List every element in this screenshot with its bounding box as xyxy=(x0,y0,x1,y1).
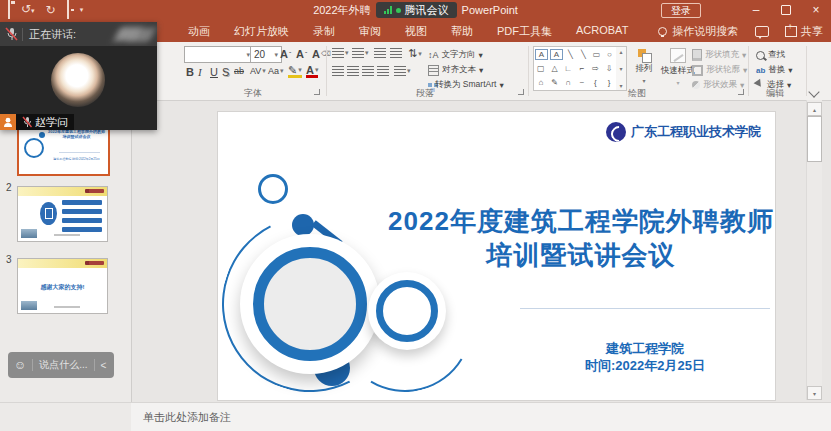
tab-acrobat[interactable]: ACROBAT xyxy=(564,24,640,39)
shape-arrow-down[interactable]: ⇩ xyxy=(604,63,615,74)
paragraph-dialog-launcher[interactable] xyxy=(518,89,524,95)
bullets-button[interactable]: ▾ xyxy=(332,48,349,58)
drawing-dialog-launcher[interactable] xyxy=(738,89,744,95)
chat-collapse-button[interactable]: < xyxy=(101,360,107,371)
tab-help[interactable]: 帮助 xyxy=(439,24,485,39)
arrange-label: 排列 xyxy=(636,63,653,75)
speaking-label: 正在讲话: xyxy=(29,27,76,42)
tab-animations[interactable]: 动画 xyxy=(176,24,222,39)
undo-icon[interactable]: ↺▾ xyxy=(21,3,35,17)
font-dialog-launcher[interactable] xyxy=(314,89,320,95)
font-size-combo[interactable]: 20▾ xyxy=(250,46,282,63)
change-case-button[interactable]: Aa▾ xyxy=(268,66,284,76)
login-button[interactable]: 登录 xyxy=(661,3,701,18)
meeting-video-window[interactable]: 正在讲话: 赵学问 xyxy=(0,22,157,130)
thumb1-subtitle: 建筑工程学院 时间:2022年2月25日 xyxy=(49,157,104,161)
minimize-button[interactable]: – xyxy=(741,0,771,20)
shape-textbox-v[interactable]: A xyxy=(550,49,563,60)
font-color-button[interactable]: A▾ xyxy=(306,65,318,78)
quick-access-toolbar: ↺▾ ↻ ▾ xyxy=(8,0,83,20)
justify-button[interactable] xyxy=(377,66,389,76)
columns-button[interactable]: ▾ xyxy=(394,66,411,76)
school-name: 广东工程职业技术学院 xyxy=(631,123,761,141)
grow-font-button[interactable]: Aˆ xyxy=(280,48,291,60)
find-button[interactable]: 查找 xyxy=(756,49,785,61)
line-spacing-button[interactable]: ⇅▾ xyxy=(408,47,422,60)
text-direction-button[interactable]: ↕A 文字方向▾ xyxy=(428,49,483,61)
increase-indent-button[interactable] xyxy=(390,48,402,58)
shape-effects-button[interactable]: 形状效果▾ xyxy=(692,79,744,91)
shape-fill-button[interactable]: 形状填充▾ xyxy=(692,49,746,61)
customize-qat-icon[interactable]: ▾ xyxy=(80,6,84,14)
slide-thumbnail-2[interactable] xyxy=(17,186,108,242)
shape-freeform[interactable]: ⌂ xyxy=(535,77,546,88)
shape-brace-right[interactable]: } xyxy=(604,77,615,88)
numbering-button[interactable]: ▾ xyxy=(352,48,369,58)
character-spacing-button[interactable]: AV▾ xyxy=(250,66,266,76)
highlight-color-button[interactable]: ✎▾ xyxy=(288,65,302,78)
slide-title[interactable]: 2022年度建筑工程学院外聘教师 培训暨试讲会议 xyxy=(350,204,812,272)
shape-arc[interactable]: ∩ xyxy=(563,77,574,88)
bold-button[interactable]: B xyxy=(186,66,194,78)
text-shadow-button[interactable]: S xyxy=(222,66,229,78)
shrink-font-button[interactable]: Aˇ xyxy=(296,48,307,60)
clear-formatting-button[interactable]: A⌫ xyxy=(312,48,331,60)
shape-textbox-h[interactable]: A xyxy=(535,49,548,60)
font-name-combo[interactable]: ▾ xyxy=(184,46,254,63)
share-button[interactable]: 共享 xyxy=(785,24,823,39)
tab-record[interactable]: 录制 xyxy=(301,24,347,39)
notes-pane[interactable]: 单击此处添加备注 xyxy=(131,402,831,431)
meeting-chat-bar[interactable]: ☺ 说点什么... < xyxy=(8,352,114,378)
shapes-gallery-scroll[interactable]: ▴▾▾ xyxy=(616,46,627,91)
align-right-button[interactable] xyxy=(362,66,374,76)
redo-icon[interactable]: ↻ xyxy=(46,4,56,16)
align-text-button[interactable]: 对齐文本▾ xyxy=(428,64,483,76)
shape-oval[interactable]: ○ xyxy=(604,49,615,60)
chat-input[interactable]: 说点什么... xyxy=(39,358,87,372)
tab-pdf-tools[interactable]: PDF工具集 xyxy=(485,24,564,39)
shape-elbow-connector-2[interactable]: ⌐ xyxy=(576,63,587,74)
arrange-button[interactable]: 排列▾ xyxy=(630,46,658,84)
tencent-meeting-widget[interactable]: 腾讯会议 xyxy=(376,2,457,18)
collapse-ribbon-icon[interactable] xyxy=(808,86,819,97)
tab-view[interactable]: 视图 xyxy=(393,24,439,39)
decrease-indent-button[interactable] xyxy=(374,48,386,58)
tab-review[interactable]: 审阅 xyxy=(347,24,393,39)
emoji-icon[interactable]: ☺ xyxy=(14,359,26,371)
shapes-gallery[interactable]: A A ╲ ╲ ▭ ○ ▢ △ ∟ ⌐ ⇨ ⇩ ⌂ ✎ ∩ ~ { } xyxy=(533,46,617,91)
strikethrough-button[interactable]: ab xyxy=(234,66,244,76)
slide-thumbnail-3[interactable]: 感谢大家的支持! xyxy=(17,258,108,314)
shape-line[interactable]: ╲ xyxy=(565,49,576,60)
shape-brace-left[interactable]: { xyxy=(590,77,601,88)
close-button[interactable]: × xyxy=(801,0,831,20)
slide-subtitle[interactable]: 建筑工程学院 时间:2022年2月25日 xyxy=(520,340,770,374)
shape-arrow-right[interactable]: ⇨ xyxy=(590,63,601,74)
quick-styles-button[interactable]: 快速样式▾ xyxy=(660,46,696,86)
save-icon[interactable] xyxy=(8,1,10,19)
shape-elbow-connector[interactable]: ∟ xyxy=(563,63,574,74)
shape-scribble[interactable]: ✎ xyxy=(549,77,560,88)
shape-outline-button[interactable]: 形状轮廓▾ xyxy=(692,64,747,76)
slide-canvas[interactable]: 广东工程职业技术学院 2022年度建筑工程学院外聘教师 培训暨试讲会议 建筑工程… xyxy=(218,112,775,400)
notes-placeholder: 单击此处添加备注 xyxy=(143,410,231,425)
tab-slideshow[interactable]: 幻灯片放映 xyxy=(222,24,301,39)
restore-button[interactable] xyxy=(771,0,801,20)
italic-button[interactable]: I xyxy=(198,66,202,78)
scrollbar-thumb[interactable] xyxy=(807,116,822,162)
replace-button[interactable]: ab 替换▾ xyxy=(756,64,793,76)
comments-icon[interactable] xyxy=(755,26,769,37)
tell-me-search[interactable]: 操作说明搜索 xyxy=(658,24,738,39)
align-text-label: 对齐文本 xyxy=(442,64,476,76)
align-left-button[interactable] xyxy=(332,66,344,76)
shape-rectangle[interactable]: ▭ xyxy=(591,49,602,60)
scroll-down-button[interactable]: ▾ xyxy=(807,386,822,400)
shape-line-arrow[interactable]: ╲ xyxy=(578,49,589,60)
shape-triangle[interactable]: △ xyxy=(549,63,560,74)
shape-curve[interactable]: ~ xyxy=(576,77,587,88)
scroll-up-button[interactable]: ▴ xyxy=(807,102,822,116)
align-center-button[interactable] xyxy=(347,66,359,76)
slideshow-mode-icon[interactable] xyxy=(67,1,69,19)
shape-rounded-rect[interactable]: ▢ xyxy=(535,63,546,74)
slide-date: 时间:2022年2月25日 xyxy=(520,357,770,374)
underline-button[interactable]: U xyxy=(210,66,218,78)
